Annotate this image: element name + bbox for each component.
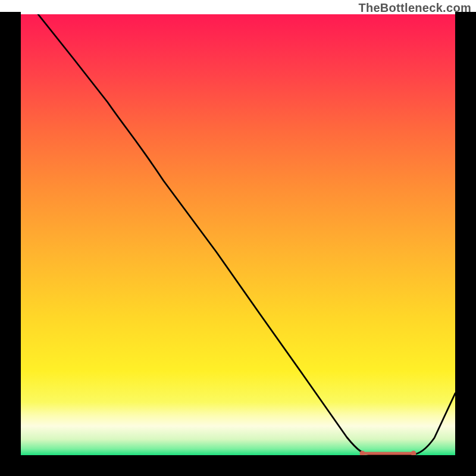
optimal-range-end-dot: [411, 451, 416, 456]
bottleneck-curve: [38, 14, 455, 455]
axis-bottom: [0, 455, 476, 476]
curve-svg: [21, 14, 455, 455]
axis-right: [455, 12, 476, 476]
axis-left: [0, 12, 21, 476]
watermark-text: TheBottleneck.com: [358, 1, 471, 15]
plot-area: [21, 14, 455, 455]
chart-container: TheBottleneck.com: [0, 0, 476, 476]
